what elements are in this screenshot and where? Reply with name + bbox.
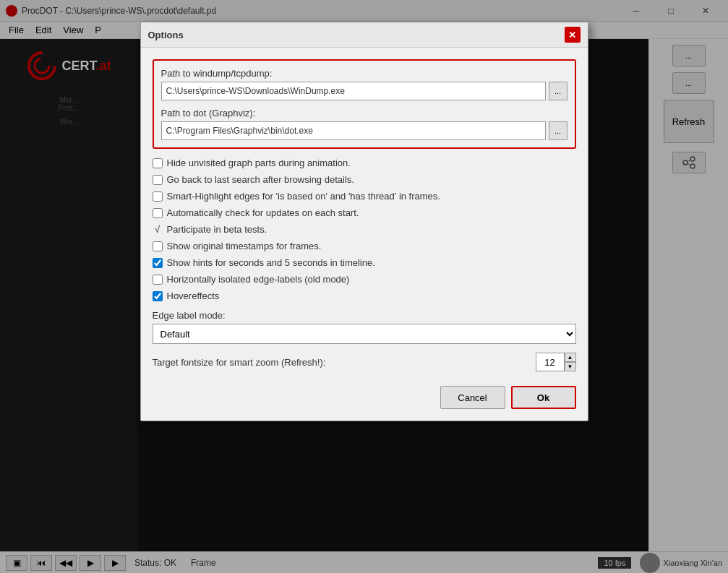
go-back-label[interactable]: Go back to last search after browsing de… <box>167 174 354 185</box>
modal-overlay: Options ✕ Path to windump/tcpdump: ... P… <box>0 0 728 573</box>
windump-section: Path to windump/tcpdump: ... Path to dot… <box>153 59 576 149</box>
go-back-checkbox[interactable] <box>153 175 163 185</box>
fontsize-spinners: ▲ ▼ <box>565 353 576 371</box>
dialog-body: Path to windump/tcpdump: ... Path to dot… <box>141 48 588 421</box>
horizontal-checkbox[interactable] <box>153 275 163 285</box>
dialog-titlebar: Options ✕ <box>141 22 588 48</box>
option-show-hints: Show hints for seconds and 5 seconds in … <box>153 257 576 268</box>
edge-label-mode-label: Edge label mode: <box>153 310 576 321</box>
hide-unvisited-checkbox[interactable] <box>153 158 163 168</box>
option-smart-highlight: Smart-Highlight edges for 'is based on' … <box>153 191 576 202</box>
beta-checkmark-icon: √ <box>153 224 163 235</box>
timestamps-label[interactable]: Show original timestamps for frames. <box>167 241 322 251</box>
fontsize-down-button[interactable]: ▼ <box>565 362 576 371</box>
hovereffects-label[interactable]: Hovereffects <box>167 290 220 301</box>
dialog-footer: Cancel Ok <box>153 383 576 409</box>
dot-browse-button[interactable]: ... <box>549 121 568 140</box>
show-hints-checkbox[interactable] <box>153 258 163 268</box>
auto-update-checkbox[interactable] <box>153 208 163 218</box>
fontsize-section: Target fontsize for smart zoom (Refresh!… <box>153 353 576 371</box>
option-beta-tests: √ Participate in beta tests. <box>153 224 576 235</box>
fontsize-input-group: ▲ ▼ <box>536 353 576 371</box>
windump-label: Path to windump/tcpdump: <box>161 68 568 79</box>
edge-label-section: Edge label mode: Default Short Long None <box>153 310 576 344</box>
options-list: Hide unvisited graph parts during animat… <box>153 158 576 301</box>
dialog-close-button[interactable]: ✕ <box>565 27 581 43</box>
dot-path-row: ... <box>161 121 568 140</box>
ok-button[interactable]: Ok <box>511 386 576 409</box>
auto-update-label[interactable]: Automatically check for updates on each … <box>167 207 359 218</box>
show-hints-label[interactable]: Show hints for seconds and 5 seconds in … <box>167 257 375 268</box>
fontsize-label: Target fontsize for smart zoom (Refresh!… <box>153 357 326 368</box>
app-window: ProcDOT - C:\Users\prince-WS\.procdot\de… <box>0 0 728 573</box>
dot-input[interactable] <box>161 121 546 140</box>
option-timestamps: Show original timestamps for frames. <box>153 241 576 251</box>
windump-browse-button[interactable]: ... <box>549 82 568 100</box>
smart-highlight-checkbox[interactable] <box>153 191 163 202</box>
windump-path-row: ... <box>161 82 568 100</box>
option-auto-update: Automatically check for updates on each … <box>153 207 576 218</box>
beta-label[interactable]: Participate in beta tests. <box>167 224 267 235</box>
option-horizontal: Horizontally isolated edge-labels (old m… <box>153 274 576 285</box>
hide-unvisited-label[interactable]: Hide unvisited graph parts during animat… <box>167 158 351 168</box>
option-hide-unvisited: Hide unvisited graph parts during animat… <box>153 158 576 168</box>
option-hovereffects: Hovereffects <box>153 290 576 301</box>
hovereffects-checkbox[interactable] <box>153 291 163 301</box>
fontsize-up-button[interactable]: ▲ <box>565 353 576 362</box>
dot-label: Path to dot (Graphviz): <box>161 108 568 119</box>
timestamps-checkbox[interactable] <box>153 241 163 251</box>
cancel-button[interactable]: Cancel <box>440 386 505 409</box>
fontsize-input[interactable] <box>536 353 565 371</box>
option-go-back: Go back to last search after browsing de… <box>153 174 576 185</box>
horizontal-label[interactable]: Horizontally isolated edge-labels (old m… <box>167 274 350 285</box>
smart-highlight-label[interactable]: Smart-Highlight edges for 'is based on' … <box>167 191 440 202</box>
dialog-title: Options <box>148 30 184 40</box>
edge-label-dropdown[interactable]: Default Short Long None <box>153 324 576 344</box>
windump-input[interactable] <box>161 82 546 100</box>
options-dialog: Options ✕ Path to windump/tcpdump: ... P… <box>140 22 588 421</box>
